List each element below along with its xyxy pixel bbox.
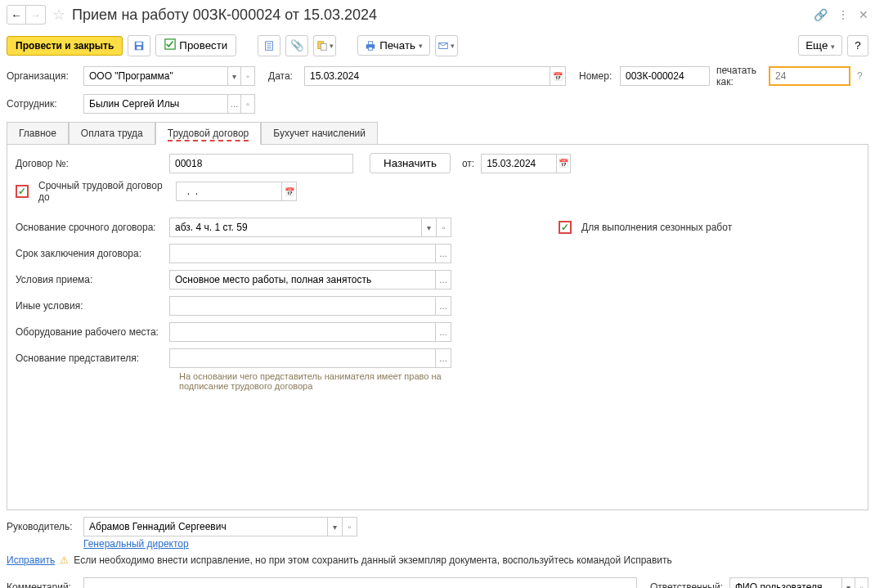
post-label: Провести — [179, 39, 227, 52]
ellipsis-icon[interactable]: … — [435, 245, 451, 263]
open-icon[interactable]: ▫ — [436, 218, 451, 236]
nav-back-button[interactable]: ← — [7, 5, 26, 25]
contract-number-label: Договор №: — [16, 158, 163, 169]
tab-content: Договор №: Назначить от: 📅 ✓ Срочный тру… — [7, 144, 868, 510]
tab-contract[interactable]: Трудовой договор — [155, 122, 261, 145]
employee-label: Сотрудник: — [7, 98, 77, 110]
responsible-label: Ответственный: — [650, 581, 723, 588]
from-date-input[interactable] — [482, 155, 556, 173]
print-as-input[interactable] — [770, 68, 849, 84]
term-label: Срок заключения договора: — [16, 248, 163, 259]
page-title: Прием на работу 00ЗК-000024 от 15.03.202… — [72, 7, 814, 24]
calendar-icon[interactable]: 📅 — [550, 67, 565, 85]
tab-payment[interactable]: Оплата труда — [69, 122, 155, 145]
close-icon[interactable]: ✕ — [859, 8, 868, 21]
other-input[interactable] — [170, 297, 435, 315]
date-label: Дата: — [268, 70, 298, 82]
org-label: Организация: — [7, 70, 77, 82]
print-button[interactable]: Печать ▾ — [357, 35, 430, 56]
responsible-input[interactable] — [730, 578, 841, 588]
conditions-label: Условия приема: — [16, 274, 163, 285]
window-header: ← → ☆ Прием на работу 00ЗК-000024 от 15.… — [0, 0, 875, 29]
leader-position-link[interactable]: Генеральный директор — [83, 538, 189, 550]
attach-button[interactable]: 📎 — [285, 35, 308, 56]
term-input[interactable] — [170, 245, 435, 263]
document-button[interactable] — [258, 35, 280, 56]
calendar-icon[interactable]: 📅 — [556, 155, 570, 173]
svg-rect-9 — [321, 43, 326, 50]
dropdown-icon[interactable]: ▾ — [421, 218, 436, 236]
svg-rect-2 — [137, 46, 141, 49]
org-input[interactable] — [84, 67, 227, 85]
open-icon[interactable]: ▫ — [855, 578, 868, 588]
rep-basis-input[interactable] — [170, 349, 435, 367]
dropdown-icon[interactable]: ▾ — [841, 578, 855, 588]
number-label: Номер: — [579, 70, 613, 82]
conditions-input[interactable] — [170, 271, 435, 289]
date-input[interactable] — [305, 67, 550, 85]
leader-input[interactable] — [84, 518, 327, 536]
seasonal-label: Для выполнения сезонных работ — [581, 222, 732, 233]
toolbar: Провести и закрыть Провести 📎 ▾ Печать ▾… — [0, 29, 875, 61]
tab-accounting[interactable]: Бухучет начислений — [261, 122, 378, 145]
post-button[interactable]: Провести — [155, 34, 236, 56]
calendar-icon[interactable]: 📅 — [281, 182, 296, 200]
hint-icon[interactable]: ? — [857, 70, 863, 82]
urgent-label: Срочный трудовой договор до — [38, 180, 169, 203]
svg-rect-12 — [369, 47, 373, 50]
basis-input[interactable] — [170, 218, 421, 236]
link-icon[interactable]: 🔗 — [814, 8, 828, 21]
equipment-label: Оборудование рабочего места: — [16, 326, 163, 338]
more-button[interactable]: Еще ▾ — [798, 35, 842, 56]
post-and-close-button[interactable]: Провести и закрыть — [7, 36, 123, 56]
dropdown-icon[interactable]: ▾ — [227, 67, 241, 85]
svg-rect-11 — [369, 41, 373, 44]
related-button[interactable]: ▾ — [313, 35, 336, 56]
save-button[interactable] — [128, 35, 150, 56]
equipment-input[interactable] — [170, 323, 435, 341]
ellipsis-icon[interactable]: … — [435, 323, 451, 341]
from-label: от: — [462, 158, 474, 169]
contract-number-input[interactable] — [170, 155, 352, 173]
tab-main[interactable]: Главное — [7, 122, 69, 145]
urgent-checkbox[interactable]: ✓ — [16, 185, 29, 198]
fix-link[interactable]: Исправить — [7, 554, 55, 566]
leader-label: Руководитель: — [7, 521, 77, 532]
basis-label: Основание срочного договора: — [16, 222, 163, 233]
print-as-label: печатать как: — [716, 65, 762, 88]
ellipsis-icon[interactable]: … — [435, 349, 451, 367]
more-icon[interactable]: ⋮ — [837, 8, 849, 21]
ellipsis-icon[interactable]: … — [227, 95, 241, 113]
rep-hint: На основании чего представитель нанимате… — [179, 371, 490, 391]
warning-icon: ⚠ — [60, 554, 69, 566]
ellipsis-icon[interactable]: … — [435, 297, 451, 315]
rep-basis-label: Основание представителя: — [16, 352, 163, 364]
svg-rect-1 — [137, 42, 142, 45]
other-label: Иные условия: — [16, 300, 163, 312]
tabs: Главное Оплата труда Трудовой договор Бу… — [0, 122, 875, 145]
star-icon[interactable]: ☆ — [52, 6, 65, 24]
urgent-date-input[interactable] — [177, 182, 281, 200]
check-icon — [164, 38, 176, 52]
nav-forward-button[interactable]: → — [26, 5, 46, 25]
comment-input[interactable] — [84, 578, 636, 588]
help-button[interactable]: ? — [847, 35, 868, 56]
employee-input[interactable] — [84, 95, 227, 113]
print-label: Печать — [379, 39, 415, 52]
ellipsis-icon[interactable]: … — [435, 271, 451, 289]
envelope-button[interactable]: ▾ — [435, 35, 458, 56]
assign-button[interactable]: Назначить — [370, 153, 451, 173]
dropdown-icon[interactable]: ▾ — [327, 518, 342, 536]
open-icon[interactable]: ▫ — [240, 95, 254, 113]
warning-text: Если необходимо внести исправление, но п… — [74, 554, 672, 566]
number-input[interactable] — [621, 67, 709, 85]
comment-label: Комментарий: — [7, 581, 77, 588]
open-icon[interactable]: ▫ — [240, 67, 254, 85]
open-icon[interactable]: ▫ — [342, 518, 357, 536]
seasonal-checkbox[interactable]: ✓ — [559, 221, 572, 234]
